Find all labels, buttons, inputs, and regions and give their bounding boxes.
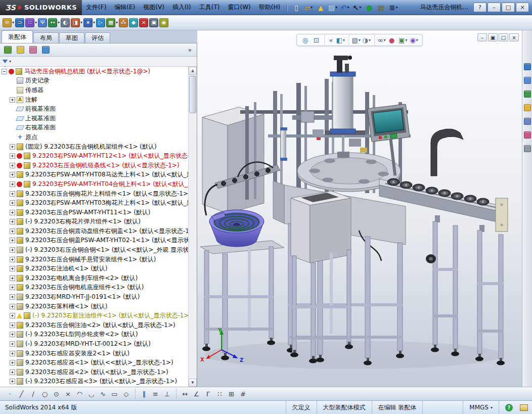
sketch-line-icon[interactable]: ╱ [16,389,27,399]
mate-icon[interactable]: ⊃ [15,16,24,29]
menu-help[interactable]: 帮助(H) [255,0,284,15]
insert-components-icon[interactable]: ⊕ [3,16,14,29]
expand-toggle-icon[interactable] [10,134,15,140]
section-view-icon[interactable]: ◧ [335,35,345,45]
edit-appearance-icon[interactable]: ● [387,35,397,45]
minimize-button[interactable]: – [487,3,501,12]
panel-overflow-chevron[interactable]: » [188,47,195,54]
child-restore-icon[interactable]: ▣ [488,33,498,41]
tree-item[interactable]: (-) 9.23203右压合铜合铜<1> (默认<<默认>_外观 显示状态>) [0,245,188,255]
appearances-scenes-icon[interactable] [522,128,532,142]
expand-toggle-icon[interactable] [10,304,15,309]
tab-sketch[interactable]: 草图 [59,32,84,43]
expand-toggle-icon[interactable] [10,275,15,281]
expand-toggle-icon[interactable] [10,78,15,83]
scrollbar-thumb[interactable] [189,76,196,113]
expand-toggle-icon[interactable] [10,97,15,103]
tree-item[interactable]: (-) 9.23203右新注油组件<1> (默认<默认_显示状态-1>) [0,311,188,320]
tree-item[interactable]: 历史记录 [0,76,188,86]
menu-view[interactable]: 视图(V) [139,0,168,15]
sketch-polygon-icon[interactable]: ◇ [120,389,132,399]
tree-item[interactable]: 原点 [0,132,188,142]
expand-toggle-icon[interactable] [10,360,15,365]
maximize-button[interactable]: □ [502,3,515,12]
tree-item[interactable]: 9.23203右电机离合刹车组件<2> (默认) [0,273,188,283]
sketch-point-icon[interactable]: · [4,389,16,399]
sketch-erase-icon[interactable]: × [62,389,74,399]
menu-edit[interactable]: 编辑(E) [110,0,139,15]
sketch-spline-icon[interactable]: ∿ [97,389,109,399]
tree-item[interactable]: (-) 9.23203右MRD-YHT-LT-0012<1> (默认) [0,339,188,349]
expand-toggle-icon[interactable] [10,351,15,356]
expand-toggle-icon[interactable] [10,341,15,347]
tree-item[interactable]: 注解 [0,95,188,105]
model-canvas[interactable]: Y X Z [197,30,522,387]
expand-toggle-icon[interactable] [10,294,15,300]
print-icon[interactable]: ▤ [327,2,338,14]
help-button[interactable]: ? [473,3,486,12]
expand-toggle-icon[interactable] [10,313,15,318]
sketch-pattern-icon[interactable]: ∷ [214,389,226,399]
expand-toggle-icon[interactable] [10,125,15,130]
scroll-down-icon[interactable]: ▼ [189,379,197,387]
design-library-icon[interactable] [522,87,532,101]
tree-item[interactable]: 9.23203右压合铜电机底座组件<1> (默认) [0,283,188,293]
file-explorer-icon[interactable] [522,101,532,114]
expand-toggle-icon[interactable] [10,210,15,215]
tree-item[interactable]: 马达壳压合铜机总机图 (默认<显示状态-1@>) [0,67,188,76]
show-hidden-components-icon[interactable]: ◐ [61,16,70,29]
custom-properties-icon[interactable] [522,142,532,155]
assembly-features-icon[interactable]: ◨ [71,16,82,29]
sketch-relations-icon[interactable]: ∠ [191,389,202,399]
expand-toggle-icon[interactable] [10,266,15,271]
display-style-icon[interactable]: ◑ [362,35,372,45]
take-snapshot-icon[interactable]: ◉ [159,16,168,29]
tree-item[interactable]: (-) 9.23203右感应器<3> (默认<默认>_显示状态-1>) [0,377,188,387]
zoom-area-icon[interactable]: ⊡ [311,35,321,45]
hide-show-items-icon[interactable]: ∞ [375,35,386,45]
quick-tips-toggle[interactable]: ? [499,401,519,414]
sketch-perimeter-circle-icon[interactable]: ⊙ [51,389,62,399]
apply-scene-icon[interactable]: ▣ [398,35,408,45]
sketch-offset-icon[interactable]: ≡ [150,389,161,399]
tree-item[interactable]: (固定) 9.23203右压合铜机机架组件<1> (默认) [0,142,188,152]
tree-item[interactable]: 9.23203右PSW-AMT-YHT04合铜上料<1> (默认<默认_显示状态… [0,179,188,189]
expand-toggle-icon[interactable] [2,69,7,74]
tab-assembly[interactable]: 装配体 [2,30,33,43]
expand-toggle-icon[interactable] [10,238,15,243]
tree-item[interactable]: 9.23203右落料槽<1> (默认) [0,302,188,311]
tree-item[interactable]: 9.23203右PSW-AMT-YHT03梅花片上料<1> (默认<默认_显示状… [0,198,188,208]
large-assembly-mode-icon[interactable]: ▣ [149,16,158,29]
expand-toggle-icon[interactable] [10,144,15,150]
sketch-trim-icon[interactable]: ⊥ [161,389,173,399]
expand-toggle-icon[interactable] [10,87,15,93]
expand-toggle-icon[interactable] [10,247,15,253]
expand-toggle-icon[interactable] [10,200,15,206]
menu-insert[interactable]: 插入(I) [168,0,195,15]
configurationmanager-tab[interactable] [27,44,39,56]
select-icon[interactable]: ↖ [351,2,363,14]
sketch-tangent-arc-icon[interactable]: ◡ [85,389,97,399]
previous-view-icon[interactable]: « [324,35,334,45]
sketch-circle-icon[interactable]: ○ [39,389,51,399]
expand-toggle-icon[interactable] [10,370,15,375]
tree-scrollbar[interactable]: ▲ ▼ [188,67,197,387]
tree-item[interactable]: 9.23203右压合铜梅花片上料组件<1> (默认<显示状态-1>) [0,189,188,199]
new-document-icon[interactable]: ▯ [291,2,302,14]
sketch-arc-icon[interactable]: ◠ [74,389,85,399]
rebuild-icon[interactable]: ● [364,2,375,14]
expand-toggle-icon[interactable] [10,257,15,262]
child-minimize-icon[interactable]: – [477,33,487,41]
close-button[interactable]: × [516,3,529,12]
featuremanager-tree-tab[interactable] [2,44,14,56]
menu-file[interactable]: 文件(F) [82,0,110,15]
child-close-icon[interactable]: × [509,33,519,41]
exploded-view-icon[interactable]: ⁂ [119,16,128,29]
propertymanager-tab[interactable] [14,44,26,56]
tree-item[interactable]: 9.23203右压合铜注油<2> (默认<默认_显示状态-1>) [0,320,188,330]
linear-component-pattern-icon[interactable]: ∷ [25,16,37,29]
tree-item[interactable]: (-) 9.23203右L型同步轮皮带<2> (默认) [0,330,188,340]
tree-item[interactable]: 9.23203右MRD-YHT-JJ-0191<1> (默认) [0,292,188,302]
menu-tools[interactable]: 工具(T) [195,0,224,15]
expand-toggle-icon[interactable] [10,323,15,328]
